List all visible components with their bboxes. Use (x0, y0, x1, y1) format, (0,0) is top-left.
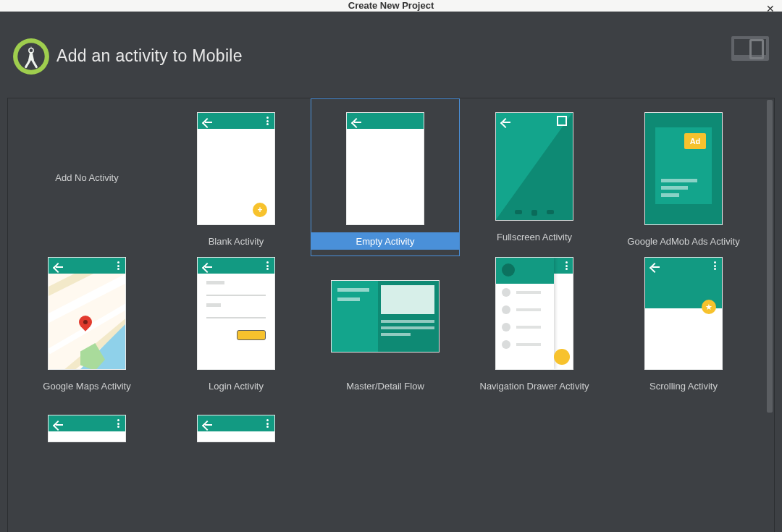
gallery-scrollbar[interactable] (765, 98, 774, 532)
template-thumbnail: ★ (644, 257, 723, 370)
template-thumbnail (197, 415, 275, 442)
template-label: Login Activity (162, 377, 310, 394)
template-master-detail[interactable]: Master/Detail Flow (311, 256, 460, 414)
overflow-icon (266, 261, 269, 270)
wizard-header: Add an activity to Mobile (3, 14, 779, 98)
template-thumbnail (197, 257, 275, 370)
window-title: Create New Project (348, 0, 434, 11)
nav-bar-icon (496, 210, 573, 216)
template-thumbnail (197, 112, 275, 225)
fab-icon (253, 203, 267, 217)
overflow-icon (566, 261, 568, 270)
overflow-icon (117, 419, 119, 428)
template-thumbnail (495, 257, 573, 370)
avatar-icon (502, 263, 515, 276)
template-blank[interactable]: Blank Activity (161, 98, 311, 256)
template-label: Master/Detail Flow (311, 377, 459, 394)
template-label: Google Maps Activity (13, 377, 161, 394)
template-admob[interactable]: Ad Google AdMob Ads Activity (609, 98, 758, 256)
template-gallery-viewport[interactable]: Add No Activity Blank Activity (8, 98, 765, 532)
map-pin-icon (79, 316, 92, 333)
template-thumbnail: Ad (644, 112, 723, 225)
overflow-icon (266, 117, 269, 125)
template-label: Fullscreen Activity (461, 228, 608, 245)
titlebar: Create New Project ✕ (0, 0, 782, 12)
template-label: Navigation Drawer Activity (461, 377, 608, 394)
ad-badge: Ad (684, 133, 706, 149)
overflow-icon (714, 261, 716, 270)
star-fab-icon: ★ (702, 300, 716, 314)
back-arrow-icon (203, 117, 211, 124)
back-arrow-icon (203, 420, 211, 427)
template-label: Google AdMob Ads Activity (610, 232, 757, 250)
template-label: Add No Activity (55, 172, 118, 183)
template-thumbnail (331, 280, 440, 352)
template-maps[interactable]: Google Maps Activity (12, 256, 161, 414)
back-arrow-icon (502, 117, 509, 124)
template-empty[interactable]: Empty Activity (311, 98, 460, 256)
close-icon[interactable]: ✕ (766, 3, 775, 14)
template-fullscreen[interactable]: Fullscreen Activity (460, 98, 609, 256)
template-label: Blank Activity (162, 232, 310, 250)
template-peek-2[interactable] (161, 414, 311, 443)
template-none[interactable]: Add No Activity (12, 98, 161, 256)
template-gallery: Add No Activity Blank Activity (7, 98, 775, 532)
template-thumbnail (495, 112, 573, 221)
template-login[interactable]: Login Activity (161, 256, 311, 414)
overflow-icon (117, 261, 119, 270)
wizard-title: Add an activity to Mobile (56, 46, 243, 66)
login-button-icon (237, 330, 266, 340)
template-label: Empty Activity (311, 232, 459, 250)
overflow-icon (266, 419, 269, 428)
back-arrow-icon (651, 262, 658, 269)
back-arrow-icon (353, 117, 360, 124)
fullscreen-icon-2 (557, 116, 567, 126)
template-thumbnail (346, 112, 424, 225)
form-factor-icon (731, 36, 769, 65)
template-thumbnail (48, 257, 126, 370)
back-arrow-icon (54, 420, 62, 427)
android-studio-logo (12, 37, 51, 76)
scrollbar-thumb[interactable] (767, 100, 773, 413)
android-studio-icon (12, 38, 50, 75)
template-scrolling[interactable]: ★ Scrolling Activity (609, 256, 758, 414)
template-label: Scrolling Activity (610, 377, 757, 394)
template-nav-drawer[interactable]: Navigation Drawer Activity (460, 256, 609, 414)
back-arrow-icon (54, 262, 62, 269)
template-thumbnail (48, 415, 126, 442)
template-peek-1[interactable] (12, 414, 161, 443)
back-arrow-icon (203, 262, 211, 269)
fab-icon (554, 349, 570, 365)
wizard-body: Add an activity to Mobile Add No Activit… (0, 12, 782, 532)
